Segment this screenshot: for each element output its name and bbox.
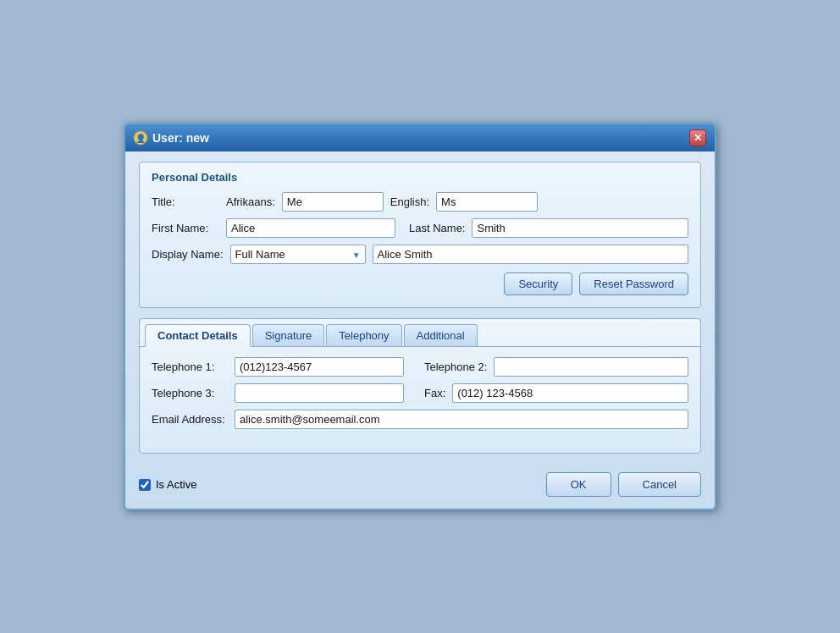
is-active-checkbox[interactable]	[139, 479, 151, 491]
title-label: Title:	[152, 195, 219, 208]
telephone2-input[interactable]	[494, 357, 688, 377]
first-name-label: First Name:	[152, 222, 219, 234]
title-row: Title: Afrikaans: English:	[152, 192, 688, 212]
contact-details-content: Telephone 1: Telephone 2: Telephone 3: F…	[140, 347, 700, 453]
telephone2-label: Telephone 2:	[424, 361, 487, 373]
reset-password-button[interactable]: Reset Password	[579, 272, 688, 295]
english-label: English:	[390, 195, 429, 208]
display-name-row: Display Name: Full Name First Name Last …	[152, 245, 688, 264]
personal-details-panel: Personal Details Title: Afrikaans: Engli…	[139, 162, 701, 308]
dialog-body: Personal Details Title: Afrikaans: Engli…	[125, 151, 715, 464]
telephone1-label: Telephone 1:	[152, 361, 228, 373]
telephone1-input[interactable]	[235, 357, 404, 377]
display-name-select[interactable]: Full Name First Name Last Name Username	[230, 245, 366, 264]
dialog-title: User: new	[152, 131, 209, 145]
first-name-row: First Name: Last Name:	[152, 218, 688, 238]
tab-additional[interactable]: Additional	[404, 324, 478, 346]
first-name-input[interactable]	[226, 218, 395, 238]
fax-label: Fax:	[424, 387, 445, 399]
security-button[interactable]: Security	[504, 272, 572, 295]
tabs-header: Contact Details Signature Telephony Addi…	[140, 319, 700, 347]
telephone3-input[interactable]	[235, 383, 404, 403]
title-bar-left: 👤 User: new	[134, 131, 209, 145]
title-bar: 👤 User: new ✕	[125, 124, 715, 151]
afrikaans-input[interactable]	[282, 192, 384, 212]
display-name-label: Display Name:	[152, 248, 224, 261]
tab-contact-details[interactable]: Contact Details	[145, 324, 251, 347]
personal-details-title: Personal Details	[152, 171, 688, 184]
email-label: Email Address:	[152, 413, 228, 426]
is-active-row: Is Active	[139, 478, 196, 491]
tab-telephony[interactable]: Telephony	[326, 324, 401, 346]
email-input[interactable]	[235, 410, 688, 429]
telephone-row-1: Telephone 1: Telephone 2:	[152, 357, 688, 377]
bottom-bar: Is Active OK Cancel	[125, 464, 715, 509]
last-name-input[interactable]	[472, 218, 688, 238]
ok-button[interactable]: OK	[546, 472, 611, 497]
is-active-label: Is Active	[156, 478, 196, 491]
display-name-select-wrapper: Full Name First Name Last Name Username	[230, 245, 366, 264]
tabs-container: Contact Details Signature Telephony Addi…	[139, 318, 701, 454]
telephone-row-2: Telephone 3: Fax:	[152, 383, 688, 403]
tab-signature[interactable]: Signature	[252, 324, 325, 346]
email-row: Email Address:	[152, 410, 688, 429]
action-buttons: OK Cancel	[546, 472, 701, 497]
afrikaans-label: Afrikaans:	[226, 195, 275, 208]
last-name-label: Last Name:	[409, 222, 465, 234]
close-button[interactable]: ✕	[689, 129, 706, 146]
user-dialog: 👤 User: new ✕ Personal Details Title: Af…	[124, 123, 716, 510]
user-icon: 👤	[134, 131, 147, 145]
fax-input[interactable]	[452, 383, 688, 403]
cancel-button[interactable]: Cancel	[618, 472, 701, 497]
personal-details-btn-row: Security Reset Password	[152, 272, 688, 295]
telephone3-label: Telephone 3:	[152, 387, 228, 399]
display-name-computed-input[interactable]	[373, 245, 688, 264]
english-input[interactable]	[436, 192, 538, 212]
